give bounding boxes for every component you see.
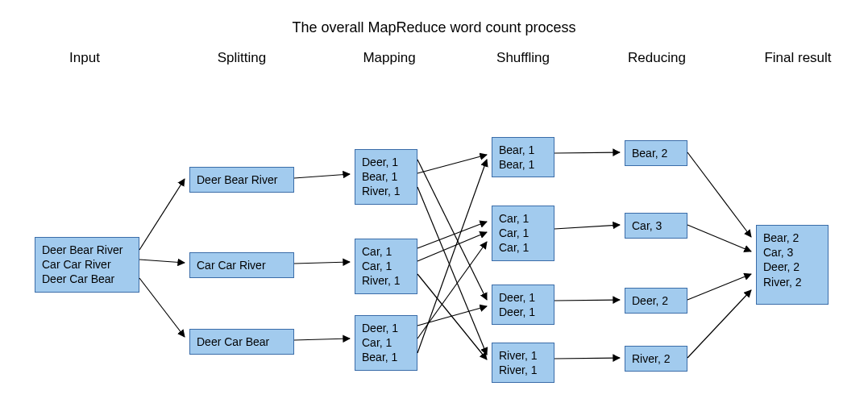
stage-label-splitting: Splitting xyxy=(206,50,278,66)
svg-line-22 xyxy=(687,290,751,358)
split-node-1: Car Car River xyxy=(189,252,294,278)
svg-line-9 xyxy=(417,222,487,248)
shuffle-node-1: Car, 1 Car, 1 Car, 1 xyxy=(492,206,554,261)
shuffle-node-0: Bear, 1 Bear, 1 xyxy=(492,137,554,177)
map-node-1: Car, 1 Car, 1 River, 1 xyxy=(355,239,417,294)
svg-line-14 xyxy=(417,160,487,353)
input-node: Deer Bear River Car Car River Deer Car B… xyxy=(35,237,139,293)
stage-label-final: Final result xyxy=(754,50,842,66)
svg-line-2 xyxy=(139,278,185,337)
diagram-title: The overall MapReduce word count process xyxy=(0,19,868,36)
svg-line-13 xyxy=(417,242,487,339)
reduce-node-1: Car, 3 xyxy=(625,213,687,239)
arrows-layer xyxy=(0,0,868,403)
svg-line-20 xyxy=(687,225,751,251)
final-node: Bear, 2 Car, 3 Deer, 2 River, 2 xyxy=(756,225,829,305)
svg-line-3 xyxy=(294,174,350,178)
stage-label-shuffling: Shuffling xyxy=(487,50,559,66)
svg-line-12 xyxy=(417,306,487,326)
split-node-0: Deer Bear River xyxy=(189,167,294,193)
svg-line-15 xyxy=(554,152,620,153)
svg-line-16 xyxy=(554,225,620,229)
stage-label-input: Input xyxy=(52,50,117,66)
reduce-node-0: Bear, 2 xyxy=(625,140,687,166)
svg-line-1 xyxy=(139,260,185,263)
svg-line-8 xyxy=(417,187,487,355)
reduce-node-2: Deer, 2 xyxy=(625,288,687,314)
svg-line-6 xyxy=(417,160,487,300)
svg-line-0 xyxy=(139,179,185,250)
shuffle-node-3: River, 1 River, 1 xyxy=(492,343,554,383)
svg-line-5 xyxy=(294,339,350,340)
svg-line-21 xyxy=(687,274,751,300)
svg-line-19 xyxy=(687,152,751,237)
shuffle-node-2: Deer, 1 Deer, 1 xyxy=(492,285,554,325)
svg-line-17 xyxy=(554,300,620,301)
svg-line-11 xyxy=(417,274,487,359)
svg-line-7 xyxy=(417,155,487,173)
stage-label-mapping: Mapping xyxy=(353,50,426,66)
svg-line-4 xyxy=(294,262,350,264)
svg-line-18 xyxy=(554,358,620,359)
stage-label-reducing: Reducing xyxy=(621,50,693,66)
svg-line-10 xyxy=(417,232,487,261)
reduce-node-3: River, 2 xyxy=(625,346,687,372)
split-node-2: Deer Car Bear xyxy=(189,329,294,355)
map-node-0: Deer, 1 Bear, 1 River, 1 xyxy=(355,149,417,205)
map-node-2: Deer, 1 Car, 1 Bear, 1 xyxy=(355,315,417,371)
